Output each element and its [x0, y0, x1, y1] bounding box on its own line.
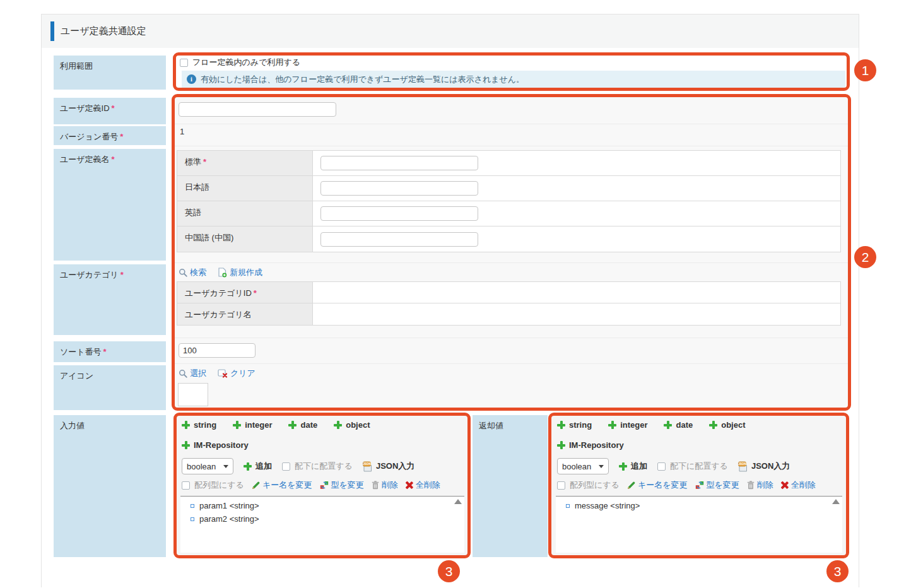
name-english-input[interactable]	[320, 206, 478, 221]
subrow-label: ユーザカテゴリ名	[177, 303, 313, 325]
version-value: 1	[180, 127, 184, 136]
required-mark: *	[112, 155, 115, 164]
plus-icon	[233, 421, 241, 429]
place-under-checkbox[interactable]	[657, 462, 666, 471]
plus-icon	[619, 462, 627, 471]
required-mark: *	[112, 103, 115, 113]
required-mark: *	[254, 288, 257, 298]
new-document-icon	[218, 268, 227, 278]
delete-all-link[interactable]: 全削除	[781, 479, 816, 491]
add-integer-button[interactable]: integer	[608, 420, 647, 430]
page: ユーザ定義共通設定 利用範囲 ユーザ定義ID* バージョン番号* ユーザ定義名*…	[0, 0, 899, 588]
user-def-id-input[interactable]	[179, 102, 336, 117]
usage-checkbox[interactable]	[180, 59, 188, 67]
add-date-button[interactable]: date	[664, 420, 693, 430]
icon-select-link[interactable]: 選択	[179, 368, 206, 379]
add-button[interactable]: 追加	[244, 461, 272, 472]
category-name-value	[313, 303, 840, 325]
page-title: ユーザ定義共通設定	[61, 25, 146, 37]
rename-key-link[interactable]: キー名を変更	[252, 479, 312, 491]
plus-icon	[557, 421, 565, 429]
usage-checkbox-label: フロー定義内のみで利用する	[180, 57, 300, 68]
plus-icon	[709, 421, 717, 429]
plus-icon	[664, 421, 672, 429]
place-under-checkbox[interactable]	[282, 462, 290, 471]
required-mark: *	[203, 157, 206, 167]
add-im-repository-button[interactable]: IM-Repository	[182, 440, 249, 450]
category-id-value	[313, 282, 840, 303]
label-version: バージョン番号*	[54, 126, 166, 145]
array-type-checkbox[interactable]	[182, 481, 190, 490]
json-file-icon: JSON	[363, 461, 372, 472]
add-integer-button[interactable]: integer	[233, 420, 272, 430]
array-type-checkbox-label: 配列型にする	[182, 479, 244, 491]
chevron-down-icon	[599, 465, 604, 468]
required-mark: *	[120, 132, 123, 141]
array-type-checkbox[interactable]	[557, 481, 565, 490]
label-user-def-id: ユーザ定義ID*	[54, 98, 166, 124]
add-string-button[interactable]: string	[182, 420, 216, 430]
delete-link[interactable]: 削除	[747, 479, 773, 491]
table-row: ユーザカテゴリID*	[177, 282, 840, 303]
type-select[interactable]: boolean	[557, 458, 609, 474]
name-standard-input[interactable]	[320, 156, 478, 170]
category-create-link[interactable]: 新規作成	[218, 267, 262, 278]
name-chinese-input[interactable]	[320, 232, 478, 247]
add-button[interactable]: 追加	[619, 461, 647, 472]
category-search-link[interactable]: 検索	[179, 267, 206, 278]
subrow-label: 中国語 (中国)	[177, 226, 313, 252]
section-accent-bar	[50, 21, 54, 41]
input-values-panel: string integer date object IM-Repository…	[175, 415, 469, 557]
delete-all-x-icon	[406, 481, 413, 489]
tree-bullet-icon	[566, 504, 570, 508]
add-object-button[interactable]: object	[334, 420, 370, 430]
icon-clear-link[interactable]: クリア	[218, 368, 256, 379]
chevron-down-icon	[223, 465, 228, 468]
json-input-button[interactable]: JSON JSON入力	[363, 461, 414, 472]
add-string-button[interactable]: string	[557, 420, 592, 430]
tree-item[interactable]: param2 <string>	[180, 512, 464, 526]
row-separator	[175, 338, 849, 338]
user-category-links: 検索 新規作成	[179, 267, 262, 278]
rename-key-link[interactable]: キー名を変更	[627, 479, 688, 491]
table-row: 日本語	[177, 176, 840, 201]
name-japanese-input[interactable]	[320, 181, 478, 196]
user-category-table: ユーザカテゴリID* ユーザカテゴリ名	[177, 281, 841, 326]
table-row: ユーザカテゴリ名	[177, 303, 840, 325]
label-icon: アイコン	[54, 365, 166, 410]
delete-all-link[interactable]: 全削除	[406, 479, 440, 491]
subrow-label: 標準*	[177, 151, 313, 175]
place-under-checkbox-label: 配下に配置する	[657, 461, 728, 472]
tree-item[interactable]: message <string>	[556, 499, 842, 512]
input-values-tree: param1 <string> param2 <string>	[180, 496, 464, 553]
plus-icon	[608, 421, 616, 429]
usage-info-strip: i 有効にした場合は、他のフロー定義で利用できずユーザ定義一覧には表示されません…	[182, 71, 845, 88]
subrow-label: 英語	[177, 201, 313, 226]
row-separator	[175, 124, 849, 124]
add-date-button[interactable]: date	[288, 420, 317, 430]
plus-icon	[244, 462, 252, 471]
label-usage: 利用範囲	[54, 56, 166, 90]
subrow-label: 日本語	[177, 176, 313, 201]
change-type-link[interactable]: 型を変更	[695, 479, 739, 491]
json-file-icon: JSON	[738, 461, 748, 472]
sort-number-input[interactable]	[179, 343, 256, 358]
type-select[interactable]: boolean	[182, 458, 233, 474]
add-im-repository-button[interactable]: IM-Repository	[557, 440, 624, 450]
json-input-button[interactable]: JSON JSON入力	[738, 461, 790, 472]
tree-item[interactable]: param1 <string>	[180, 499, 464, 512]
scroll-up-icon[interactable]	[832, 499, 840, 504]
add-object-button[interactable]: object	[709, 420, 745, 430]
section-header: ユーザ定義共通設定	[42, 15, 859, 48]
plus-icon	[182, 421, 190, 429]
info-icon: i	[187, 74, 196, 84]
scroll-up-icon[interactable]	[454, 499, 462, 504]
label-user-def-name: ユーザ定義名*	[54, 149, 166, 261]
pencil-icon	[627, 481, 635, 490]
change-type-link[interactable]: 型を変更	[320, 479, 364, 491]
row-separator	[175, 262, 849, 263]
delete-link[interactable]: 削除	[372, 479, 398, 491]
array-type-checkbox-label: 配列型にする	[557, 479, 620, 491]
required-mark: *	[103, 347, 107, 356]
tree-bullet-icon	[191, 504, 194, 508]
